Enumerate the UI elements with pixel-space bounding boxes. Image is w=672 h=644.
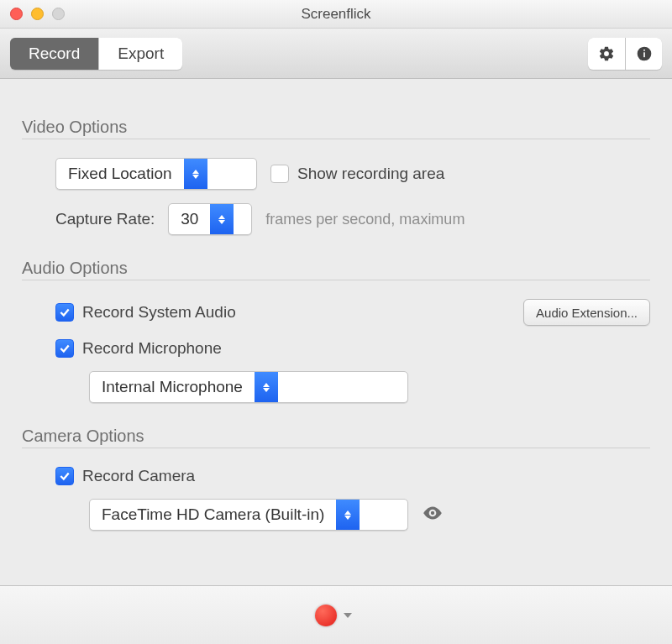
info-icon (636, 45, 653, 62)
svg-rect-2 (643, 50, 645, 51)
record-microphone-checkbox[interactable] (55, 339, 74, 358)
record-system-audio-label: Record System Audio (82, 303, 236, 322)
show-recording-area-checkbox[interactable] (270, 165, 289, 183)
settings-button[interactable] (588, 38, 625, 70)
record-button[interactable] (310, 601, 362, 630)
microphone-source-value: Internal Microphone (90, 378, 255, 396)
window-title: Screenflick (0, 6, 672, 23)
record-camera-label: Record Camera (82, 467, 195, 485)
stepper-arrows-icon (210, 204, 234, 234)
eye-icon (422, 502, 444, 524)
utility-buttons (588, 38, 662, 70)
camera-options-title: Camera Options (22, 427, 650, 446)
svg-rect-1 (643, 52, 645, 57)
capture-rate-label: Capture Rate: (55, 210, 155, 228)
stepper-arrows-icon (184, 159, 207, 189)
video-options-title: Video Options (22, 118, 650, 137)
divider (22, 280, 650, 280)
camera-preview-button[interactable] (422, 502, 444, 528)
divider (22, 448, 650, 448)
capture-rate-value: 30 (169, 210, 210, 228)
bottom-bar (0, 585, 672, 644)
chevron-down-icon (344, 613, 352, 618)
tab-record[interactable]: Record (10, 38, 98, 70)
record-icon (315, 605, 337, 626)
audio-options-title: Audio Options (22, 259, 650, 278)
gear-icon (598, 45, 615, 62)
audio-extension-button[interactable]: Audio Extension... (523, 299, 650, 326)
show-recording-area-label: Show recording area (297, 165, 444, 183)
mode-segmented-control: Record Export (10, 38, 182, 70)
minimize-window[interactable] (31, 8, 44, 20)
titlebar: Screenflick (0, 0, 672, 29)
tab-export[interactable]: Export (98, 38, 182, 70)
stepper-arrows-icon (336, 500, 360, 530)
record-camera-checkbox[interactable] (55, 467, 74, 485)
microphone-source-select[interactable]: Internal Microphone (89, 371, 408, 403)
info-button[interactable] (625, 38, 662, 70)
camera-source-select[interactable]: FaceTime HD Camera (Built-in) (89, 499, 408, 531)
toolbar: Record Export (0, 29, 672, 79)
divider (22, 139, 650, 139)
location-select[interactable]: Fixed Location (55, 158, 257, 190)
capture-rate-hint: frames per second, maximum (265, 211, 465, 228)
camera-source-value: FaceTime HD Camera (Built-in) (90, 505, 336, 524)
zoom-window[interactable] (52, 8, 65, 20)
capture-rate-select[interactable]: 30 (168, 203, 252, 235)
close-window[interactable] (10, 8, 23, 20)
record-microphone-label: Record Microphone (82, 339, 222, 358)
svg-point-3 (431, 510, 434, 514)
content: Video Options Fixed Location Show record… (0, 79, 672, 531)
record-system-audio-checkbox[interactable] (55, 303, 74, 322)
stepper-arrows-icon (255, 372, 278, 402)
location-select-value: Fixed Location (56, 165, 184, 183)
